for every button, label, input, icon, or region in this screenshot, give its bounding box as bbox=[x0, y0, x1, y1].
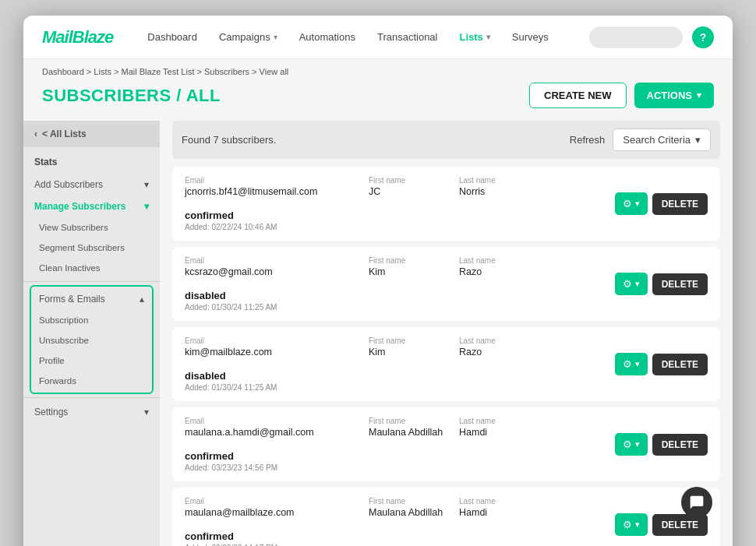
sidebar-item-profile[interactable]: Profile bbox=[31, 350, 152, 371]
subscriber-card: Email maulana@mailblaze.com First name M… bbox=[172, 488, 720, 546]
status-badge: confirmed bbox=[185, 450, 277, 462]
last-name-label: Last name bbox=[459, 336, 537, 345]
delete-button[interactable]: DELETE bbox=[652, 434, 708, 456]
gear-icon: ⚙ bbox=[623, 198, 632, 210]
subscriber-card: Email jcnorris.bf41@litmusemail.com Firs… bbox=[172, 167, 720, 241]
sidebar-item-manage-subscribers[interactable]: Manage Subscribers ▾ bbox=[23, 196, 160, 217]
chevron-up-icon: ▴ bbox=[140, 294, 144, 305]
sidebar-item-view-subscribers[interactable]: View Subscribers bbox=[23, 217, 160, 238]
chevron-down-icon: ▾ bbox=[697, 90, 701, 100]
email-label: Email bbox=[185, 417, 356, 425]
page-header: SUBSCRIBERS / ALL CREATE NEW ACTIONS ▾ bbox=[23, 76, 733, 121]
status-block: disabled Added: 01/30/24 11:25 AM bbox=[185, 290, 277, 312]
gear-button[interactable]: ⚙ ▾ bbox=[615, 273, 648, 295]
first-name-value: Maulana Abdillah bbox=[369, 507, 447, 518]
email-label: Email bbox=[185, 176, 356, 185]
subscriber-card: Email kcsrazo@gmail.com First name Kim L… bbox=[172, 247, 720, 321]
status-block: disabled Added: 01/30/24 11:25 AM bbox=[185, 370, 277, 392]
sidebar-all-lists[interactable]: ‹ < All Lists bbox=[23, 121, 160, 147]
first-name-value: Kim bbox=[369, 347, 447, 358]
nav-surveys[interactable]: Surveys bbox=[503, 26, 558, 48]
sidebar-item-forwards[interactable]: Forwards bbox=[31, 371, 152, 391]
sidebar-item-settings[interactable]: Settings ▾ bbox=[23, 401, 160, 423]
subscriber-list: Email jcnorris.bf41@litmusemail.com Firs… bbox=[172, 167, 720, 546]
chat-bubble[interactable] bbox=[681, 487, 712, 518]
last-name-field: Last name Razo bbox=[459, 256, 537, 277]
sidebar-item-subscription[interactable]: Subscription bbox=[31, 310, 152, 330]
content-toolbar: Found 7 subscribers. Refresh Search Crit… bbox=[172, 121, 720, 159]
breadcrumb: Dashboard > Lists > Mail Blaze Test List… bbox=[23, 59, 733, 76]
first-name-field: First name Kim bbox=[369, 336, 447, 358]
chevron-down-icon: ▾ bbox=[695, 134, 701, 146]
status-badge: disabled bbox=[185, 290, 277, 301]
first-name-field: First name JC bbox=[369, 176, 447, 197]
nav-dashboard[interactable]: Dashboard bbox=[138, 26, 207, 48]
nav-campaigns[interactable]: Campaigns ▾ bbox=[210, 26, 287, 48]
sidebar-item-unsubscribe[interactable]: Unsubscribe bbox=[31, 330, 152, 350]
gear-button[interactable]: ⚙ ▾ bbox=[615, 192, 648, 215]
delete-button[interactable]: DELETE bbox=[652, 354, 708, 375]
gear-icon: ⚙ bbox=[623, 439, 632, 450]
chevron-down-icon: ▾ bbox=[635, 439, 640, 449]
card-fields: Email maulana@mailblaze.com First name M… bbox=[185, 497, 606, 546]
delete-button[interactable]: DELETE bbox=[652, 193, 708, 215]
status-block: confirmed Added: 02/22/24 10:46 AM bbox=[185, 210, 277, 231]
card-fields: Email kim@mailblaze.com First name Kim L… bbox=[185, 336, 606, 392]
email-value: jcnorris.bf41@litmusemail.com bbox=[185, 186, 356, 197]
email-field: Email jcnorris.bf41@litmusemail.com bbox=[185, 176, 356, 197]
last-name-value: Hamdi bbox=[459, 427, 537, 438]
last-name-label: Last name bbox=[459, 497, 537, 505]
chevron-down-icon: ▾ bbox=[635, 359, 640, 369]
first-name-value: Kim bbox=[369, 266, 447, 277]
card-fields: Email kcsrazo@gmail.com First name Kim L… bbox=[185, 256, 606, 312]
sidebar: ‹ < All Lists Stats Add Subscribers ▾ Ma… bbox=[23, 121, 160, 546]
sidebar-section-stats: Stats bbox=[23, 147, 160, 174]
sidebar-item-segment-subscribers[interactable]: Segment Subscribers bbox=[23, 238, 160, 258]
nav-transactional[interactable]: Transactional bbox=[368, 26, 447, 48]
last-name-value: Razo bbox=[459, 347, 537, 358]
search-criteria-button[interactable]: Search Criteria ▾ bbox=[613, 129, 711, 151]
first-name-field: First name Maulana Abdillah bbox=[369, 417, 447, 438]
card-actions: ⚙ ▾ DELETE bbox=[615, 192, 708, 215]
last-name-field: Last name Hamdi bbox=[459, 417, 537, 438]
last-name-value: Hamdi bbox=[459, 507, 537, 518]
gear-button[interactable]: ⚙ ▾ bbox=[615, 433, 648, 456]
content-area: Found 7 subscribers. Refresh Search Crit… bbox=[160, 121, 733, 546]
first-name-label: First name bbox=[369, 176, 447, 185]
gear-button[interactable]: ⚙ ▾ bbox=[615, 513, 648, 536]
sidebar-divider bbox=[23, 281, 160, 282]
nav-links: Dashboard Campaigns ▾ Automations Transa… bbox=[138, 26, 589, 48]
create-new-button[interactable]: CREATE NEW bbox=[529, 83, 626, 108]
last-name-label: Last name bbox=[459, 417, 537, 425]
first-name-label: First name bbox=[369, 336, 447, 345]
refresh-button[interactable]: Refresh bbox=[570, 134, 606, 146]
first-name-field: First name Kim bbox=[369, 256, 447, 277]
chevron-down-icon: ▾ bbox=[486, 33, 490, 41]
actions-button[interactable]: ACTIONS ▾ bbox=[634, 83, 715, 108]
nav-automations[interactable]: Automations bbox=[290, 26, 365, 48]
page-title: SUBSCRIBERS / ALL bbox=[42, 86, 221, 106]
sidebar-item-forms-emails[interactable]: Forms & Emails ▴ bbox=[31, 288, 152, 310]
status-badge: confirmed bbox=[185, 210, 277, 221]
sidebar-item-clean-inactives[interactable]: Clean Inactives bbox=[23, 258, 160, 278]
card-actions: ⚙ ▾ DELETE bbox=[615, 433, 708, 456]
logo-green: Blaze bbox=[72, 27, 113, 47]
chevron-down-icon: ▾ bbox=[274, 33, 277, 41]
subscriber-card: Email kim@mailblaze.com First name Kim L… bbox=[172, 327, 720, 401]
logo-black: Mail bbox=[42, 27, 72, 47]
email-field: Email kcsrazo@gmail.com bbox=[185, 256, 356, 277]
first-name-label: First name bbox=[369, 417, 447, 425]
sidebar-divider-2 bbox=[23, 397, 160, 398]
subscriber-card: Email maulana.a.hamdi@gmail.com First na… bbox=[172, 407, 720, 481]
last-name-value: Razo bbox=[459, 266, 537, 277]
gear-button[interactable]: ⚙ ▾ bbox=[615, 353, 648, 375]
chevron-down-icon: ▾ bbox=[144, 179, 149, 190]
delete-button[interactable]: DELETE bbox=[652, 273, 708, 295]
help-button[interactable]: ? bbox=[692, 26, 714, 48]
nav-lists[interactable]: Lists ▾ bbox=[450, 26, 499, 48]
sidebar-item-add-subscribers[interactable]: Add Subscribers ▾ bbox=[23, 174, 160, 196]
email-label: Email bbox=[185, 256, 356, 265]
card-fields: Email maulana.a.hamdi@gmail.com First na… bbox=[185, 417, 606, 472]
chevron-down-icon: ▾ bbox=[635, 520, 640, 530]
email-value: maulana.a.hamdi@gmail.com bbox=[185, 427, 356, 438]
